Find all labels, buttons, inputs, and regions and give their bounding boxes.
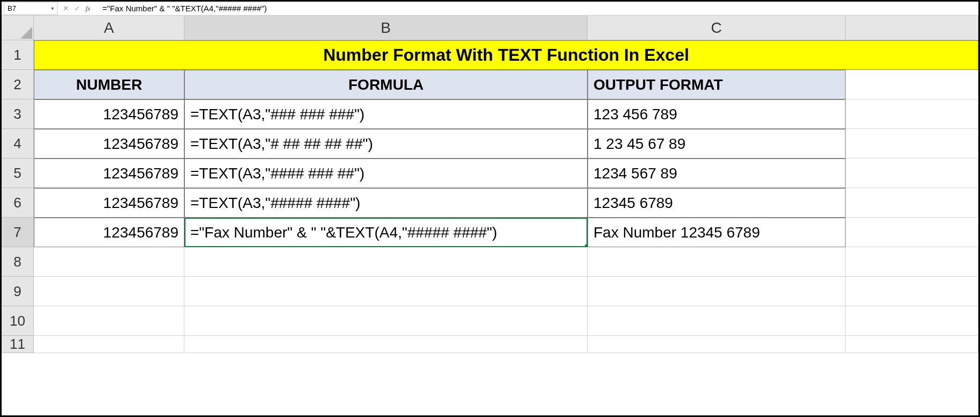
header-output[interactable]: OUTPUT FORMAT: [588, 70, 846, 99]
cell-a6[interactable]: 123456789: [34, 188, 184, 218]
name-box[interactable]: B7 ▾: [4, 2, 58, 15]
cell-c9[interactable]: [588, 277, 846, 306]
col-header-a[interactable]: A: [34, 16, 184, 40]
row-header-8[interactable]: 8: [2, 247, 34, 277]
cell-b8[interactable]: [184, 247, 588, 277]
cell-c4[interactable]: 1 23 45 67 89: [588, 129, 846, 159]
header-formula[interactable]: FORMULA: [184, 70, 588, 99]
cell-b5[interactable]: =TEXT(A3,"#### ### ##"): [184, 159, 588, 188]
row-header-6[interactable]: 6: [2, 188, 34, 218]
cell-b11[interactable]: [184, 336, 588, 353]
fx-icon[interactable]: fx: [85, 4, 90, 13]
cancel-icon[interactable]: ✕: [63, 4, 69, 12]
cell-blank[interactable]: [846, 277, 978, 306]
cell-blank[interactable]: [846, 336, 978, 353]
enter-icon[interactable]: ✓: [74, 4, 80, 12]
page-title: Number Format With TEXT Function In Exce…: [323, 45, 689, 65]
name-box-value: B7: [8, 4, 16, 12]
chevron-down-icon[interactable]: ▾: [51, 5, 54, 11]
cell-b10[interactable]: [184, 306, 588, 336]
cell-b7[interactable]: ="Fax Number" & " "&TEXT(A4,"##### ####"…: [184, 218, 588, 247]
cell-blank[interactable]: [846, 99, 978, 129]
cell-blank[interactable]: [846, 306, 978, 336]
cell-c11[interactable]: [588, 336, 846, 353]
col-header-blank[interactable]: [846, 16, 978, 40]
cell-a7[interactable]: 123456789: [34, 218, 184, 247]
row-header-11[interactable]: 11: [2, 336, 34, 353]
col-header-b[interactable]: B: [184, 16, 588, 40]
cell-c6[interactable]: 12345 6789: [588, 188, 846, 218]
cell-b4[interactable]: =TEXT(A3,"# ## ## ## ##"): [184, 129, 588, 159]
cell-b3[interactable]: =TEXT(A3,"### ### ###"): [184, 99, 588, 129]
cell-c8[interactable]: [588, 247, 846, 277]
cell-a3[interactable]: 123456789: [34, 99, 184, 129]
row-header-4[interactable]: 4: [2, 129, 34, 159]
title-cell[interactable]: Number Format With TEXT Function In Exce…: [34, 40, 978, 70]
cell-c5[interactable]: 1234 567 89: [588, 159, 846, 188]
formula-input[interactable]: [100, 3, 978, 14]
cell-a10[interactable]: [34, 306, 184, 336]
formula-bar: B7 ▾ ✕ ✓ fx: [2, 2, 978, 16]
row-header-3[interactable]: 3: [2, 99, 34, 129]
cell-a8[interactable]: [34, 247, 184, 277]
cell-blank[interactable]: [846, 218, 978, 247]
cell-c3[interactable]: 123 456 789: [588, 99, 846, 129]
spreadsheet-grid: A B C 1 Number Format With TEXT Function…: [2, 16, 978, 353]
cell-c10[interactable]: [588, 306, 846, 336]
row-header-10[interactable]: 10: [2, 306, 34, 336]
cell-a4[interactable]: 123456789: [34, 129, 184, 159]
cell-a11[interactable]: [34, 336, 184, 353]
formula-bar-buttons: ✕ ✓ fx: [58, 4, 100, 13]
select-all-corner[interactable]: [2, 16, 34, 40]
cell-blank[interactable]: [846, 247, 978, 277]
cell-a5[interactable]: 123456789: [34, 159, 184, 188]
cell-blank[interactable]: [846, 129, 978, 159]
cell-c7[interactable]: Fax Number 12345 6789: [588, 218, 846, 247]
cell-blank[interactable]: [846, 159, 978, 188]
cell-blank[interactable]: [846, 188, 978, 218]
row-header-9[interactable]: 9: [2, 277, 34, 306]
col-header-c[interactable]: C: [588, 16, 846, 40]
row-header-7[interactable]: 7: [2, 218, 34, 247]
header-number[interactable]: NUMBER: [34, 70, 184, 99]
row-header-5[interactable]: 5: [2, 159, 34, 188]
cell-b6[interactable]: =TEXT(A3,"##### ####"): [184, 188, 588, 218]
row-header-1[interactable]: 1: [2, 40, 34, 70]
cell-a9[interactable]: [34, 277, 184, 306]
cell-blank[interactable]: [846, 70, 978, 99]
cell-b9[interactable]: [184, 277, 588, 306]
row-header-2[interactable]: 2: [2, 70, 34, 99]
